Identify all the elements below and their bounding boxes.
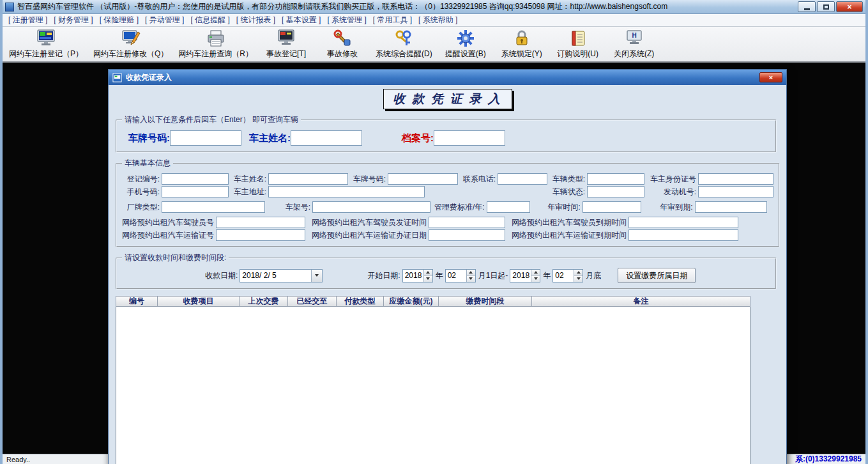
field-label: 车架号: (273, 202, 312, 213)
menu-common-tools[interactable]: [ 常用工具 ] (370, 13, 415, 27)
management-fee-input[interactable] (487, 201, 530, 213)
dropdown-arrow-icon[interactable] (311, 270, 322, 282)
end-year-spinner[interactable]: 2018 (510, 269, 540, 282)
tool-reminder-settings[interactable]: 提醒设置(B) (443, 29, 489, 59)
reminder-settings-icon (456, 29, 475, 48)
field-label: 发动机号: (644, 187, 698, 197)
col-header-remarks: 备注 (532, 296, 750, 307)
payment-voucher-dialog: 收款凭证录入 × 收 款 凭 证 录 入 请输入以下任意条件后回车（Enter）… (108, 69, 787, 464)
search-group: 请输入以下任意条件后回车（Enter） 即可查询车辆 车牌号码: 车主姓名: 档… (116, 114, 777, 153)
owner-id-number-input[interactable] (698, 173, 773, 185)
contact-phone-input[interactable] (498, 173, 547, 185)
mobile-number-input[interactable] (162, 186, 229, 197)
tool-order-info[interactable]: 订购说明(U) (555, 29, 601, 59)
vehicle-status-input[interactable] (587, 186, 644, 197)
menu-basic-settings[interactable]: [ 基本设置 ] (278, 13, 324, 27)
accident-register-icon (277, 29, 296, 48)
registration-number-input[interactable] (162, 173, 229, 185)
menu-register-mgmt[interactable]: [ 注册管理 ] (5, 13, 50, 27)
field-label: 网络预约出租汽车驾驶员发证时间 (312, 217, 429, 228)
minimize-button[interactable] (798, 1, 816, 12)
col-header-amount-due: 应缴金额(元) (384, 296, 439, 307)
tool-accident-modify[interactable]: 事故修改 (319, 29, 365, 59)
start-year-spinner[interactable]: 2018 (402, 269, 433, 282)
start-month-spinner[interactable]: 02 (445, 269, 476, 282)
fees-table: 编号 收费项目 上次交费 已经交至 付款类型 应缴金额(元) 缴费时间段 备注 (116, 296, 750, 464)
field-label: 登记编号: (122, 174, 162, 185)
plate-number-info-input[interactable] (388, 173, 458, 185)
brand-model-input[interactable] (162, 201, 265, 213)
spinner-up-icon[interactable] (424, 270, 432, 275)
tool-label: 事故登记[T] (266, 49, 306, 59)
field-label: 车辆状态: (547, 187, 587, 197)
menu-info-reminder[interactable]: [ 信息提醒 ] (187, 13, 232, 27)
menu-insurance-claims[interactable]: [ 保险理赔 ] (96, 13, 142, 27)
spinner-down-icon[interactable] (467, 275, 475, 282)
owner-name-info-input[interactable] (268, 173, 348, 185)
menu-finance-mgmt[interactable]: [ 财务管理 ] (50, 13, 96, 27)
transport-cert-issue-date-input[interactable] (429, 229, 505, 241)
table-header: 编号 收费项目 上次交费 已经交至 付款类型 应缴金额(元) 缴费时间段 备注 (116, 296, 750, 307)
vin-input[interactable] (312, 201, 430, 213)
dialog-titlebar[interactable]: 收款凭证录入 × (109, 70, 786, 85)
close-system-icon: H (625, 29, 644, 48)
app-icon (5, 3, 14, 12)
info-row-4: 网络预约出租汽车驾驶员号 网络预约出租汽车驾驶员发证时间 网络预约出租汽车驾驶员… (122, 217, 773, 228)
field-label: 网络预约出租汽车运输证到期时间 (512, 230, 628, 241)
tool-query[interactable]: 网约车注册查询（R） (178, 29, 253, 59)
payment-period-title: 请设置收款时间和缴费时间段: (122, 252, 229, 263)
driver-cert-number-input[interactable] (216, 217, 305, 228)
tool-system-lock[interactable]: 系统锁定(Y) (499, 29, 545, 59)
spinner-up-icon[interactable] (467, 270, 475, 275)
spinner-down-icon[interactable] (531, 275, 540, 282)
payment-row: 收款日期: 2018/ 2/ 5 开始日期: 2018 年 02 (122, 267, 770, 284)
menu-change-mgmt[interactable]: [ 异动管理 ] (142, 13, 187, 27)
spinner-down-icon[interactable] (574, 275, 582, 282)
tool-label: 关闭系统(Z) (614, 49, 654, 59)
owner-address-input[interactable] (268, 186, 425, 197)
transport-cert-expiry-input[interactable] (628, 229, 738, 241)
start-year-value: 2018 (403, 270, 423, 282)
annual-review-expiry-input[interactable] (695, 201, 767, 213)
menu-statistics-reports[interactable]: [ 统计报表 ] (233, 13, 278, 27)
query-print-icon (206, 29, 225, 48)
modify-icon (121, 29, 141, 48)
app-window: 智百盛网约车管理软件 （试用版）-尊敬的用户：您使用的是试用版，有部分功能限制请… (0, 0, 868, 464)
status-ready-text: Ready.. (6, 456, 30, 463)
menu-system-help[interactable]: [ 系统帮助 ] (415, 13, 461, 27)
titlebar[interactable]: 智百盛网约车管理软件 （试用版）-尊敬的用户：您使用的是试用版，有部分功能限制请… (3, 0, 865, 14)
tool-system-reminder[interactable]: 系统综合提醒(D) (376, 29, 432, 59)
owner-name-search-input[interactable] (291, 130, 362, 146)
col-header-last-payment: 上次交费 (240, 296, 288, 307)
engine-number-input[interactable] (698, 186, 773, 197)
collect-date-select[interactable]: 2018/ 2/ 5 (240, 269, 323, 282)
end-month-spinner[interactable]: 02 (552, 269, 583, 282)
plate-number-search-input[interactable] (170, 130, 241, 146)
maximize-button[interactable] (817, 1, 835, 12)
driver-cert-issue-date-input[interactable] (429, 217, 505, 228)
vehicle-type-input[interactable] (587, 173, 644, 185)
close-icon: × (847, 3, 851, 11)
dialog-close-button[interactable]: × (759, 72, 782, 82)
spinner-down-icon[interactable] (424, 275, 432, 282)
menu-bar: [ 注册管理 ] [ 财务管理 ] [ 保险理赔 ] [ 异动管理 ] [ 信息… (3, 14, 865, 27)
col-header-fee-item: 收费项目 (158, 296, 240, 307)
table-body[interactable] (116, 307, 750, 464)
payment-period-group: 请设置收款时间和缴费时间段: 收款日期: 2018/ 2/ 5 开始日期: 20… (116, 252, 777, 290)
tool-modify[interactable]: 网约车注册修改（Q） (93, 29, 168, 59)
spinner-up-icon[interactable] (531, 270, 540, 275)
set-payment-period-button[interactable]: 设置缴费所属日期 (618, 268, 696, 283)
tool-register[interactable]: 网约车注册登记（P） (9, 29, 83, 59)
window-controls: × (796, 1, 863, 12)
menu-system-mgmt[interactable]: [ 系统管理 ] (324, 13, 369, 27)
annual-review-date-input[interactable] (582, 201, 641, 213)
close-button[interactable]: × (836, 1, 863, 12)
driver-cert-expiry-input[interactable] (628, 217, 738, 228)
tool-accident-register[interactable]: 事故登记[T] (263, 29, 309, 59)
collect-date-label: 收款日期: (205, 270, 238, 281)
transport-cert-number-input[interactable] (216, 229, 305, 241)
end-month-value: 02 (553, 270, 574, 282)
file-number-search-input[interactable] (434, 130, 505, 146)
tool-close-system[interactable]: H 关闭系统(Z) (611, 29, 657, 59)
spinner-up-icon[interactable] (574, 270, 582, 275)
